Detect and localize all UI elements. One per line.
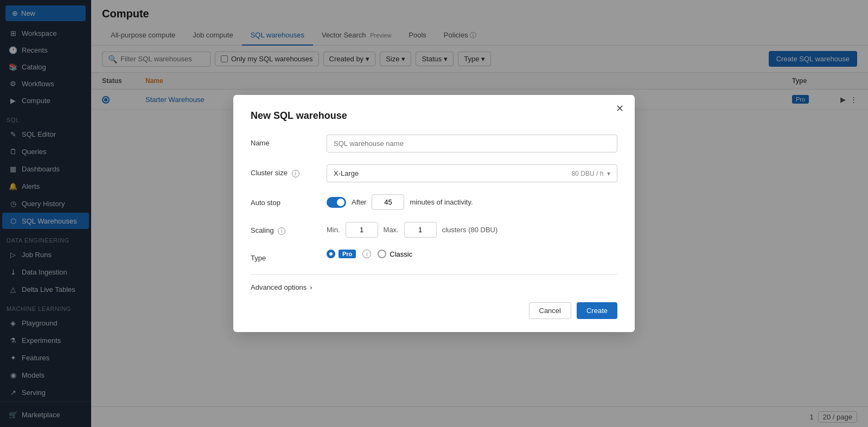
create-button[interactable]: Create xyxy=(577,302,617,319)
type-control: Pro i Classic xyxy=(327,250,617,258)
name-control xyxy=(327,135,617,152)
modal-title: New SQL warehouse xyxy=(251,110,617,122)
pro-radio-inner xyxy=(329,252,333,256)
divider xyxy=(251,274,617,275)
classic-radio[interactable] xyxy=(378,250,386,258)
modal-close-button[interactable]: ✕ xyxy=(616,104,624,113)
cluster-size-select[interactable]: X-Large 80 DBU / h ▾ xyxy=(327,164,617,182)
name-input[interactable] xyxy=(327,135,617,152)
advanced-chevron-icon: › xyxy=(310,283,312,291)
modal-footer: Cancel Create xyxy=(251,302,617,319)
min-label: Min. xyxy=(327,226,340,234)
new-sql-warehouse-modal: New SQL warehouse ✕ Name Cluster size i … xyxy=(233,95,635,332)
auto-stop-row: Auto stop After minutes of inactivity. xyxy=(251,194,617,210)
auto-stop-toggle[interactable] xyxy=(327,197,346,208)
name-row: Name xyxy=(251,135,617,152)
cluster-size-control: X-Large 80 DBU / h ▾ xyxy=(327,164,617,182)
name-label: Name xyxy=(251,135,327,147)
cluster-size-info-icon[interactable]: i xyxy=(292,170,299,177)
type-label: Type xyxy=(251,250,327,262)
pro-radio[interactable] xyxy=(327,250,335,258)
scaling-dbu-label: clusters (80 DBU) xyxy=(442,226,498,234)
scaling-min-input[interactable] xyxy=(346,222,378,238)
modal-overlay[interactable]: New SQL warehouse ✕ Name Cluster size i … xyxy=(0,0,868,427)
scaling-label: Scaling i xyxy=(251,222,327,235)
minutes-label: minutes of inactivity. xyxy=(410,198,473,206)
advanced-options-toggle[interactable]: Advanced options › xyxy=(251,283,617,291)
cluster-size-row: Cluster size i X-Large 80 DBU / h ▾ xyxy=(251,164,617,182)
type-row: Type Pro i Classic xyxy=(251,250,617,262)
pro-badge: Pro xyxy=(339,250,356,258)
scaling-control: Min. Max. clusters (80 DBU) xyxy=(327,222,617,238)
cancel-button[interactable]: Cancel xyxy=(529,302,571,319)
pro-option[interactable]: Pro xyxy=(327,250,356,258)
max-label: Max. xyxy=(384,226,399,234)
auto-stop-control: After minutes of inactivity. xyxy=(327,194,617,210)
scaling-max-input[interactable] xyxy=(404,222,437,238)
auto-stop-label: Auto stop xyxy=(251,194,327,207)
classic-option[interactable]: Classic xyxy=(378,250,412,258)
cluster-size-label: Cluster size i xyxy=(251,164,327,177)
type-options: Pro i Classic xyxy=(327,250,617,258)
classic-label: Classic xyxy=(390,250,412,258)
scaling-controls: Min. Max. clusters (80 DBU) xyxy=(327,222,617,238)
toggle-knob xyxy=(337,199,344,206)
auto-stop-controls: After minutes of inactivity. xyxy=(327,194,617,210)
pro-info-icon[interactable]: i xyxy=(362,250,371,258)
scaling-info-icon[interactable]: i xyxy=(278,227,285,235)
auto-stop-minutes-input[interactable] xyxy=(372,194,404,210)
scaling-row: Scaling i Min. Max. clusters (80 DBU) xyxy=(251,222,617,238)
after-label: After xyxy=(352,198,366,206)
